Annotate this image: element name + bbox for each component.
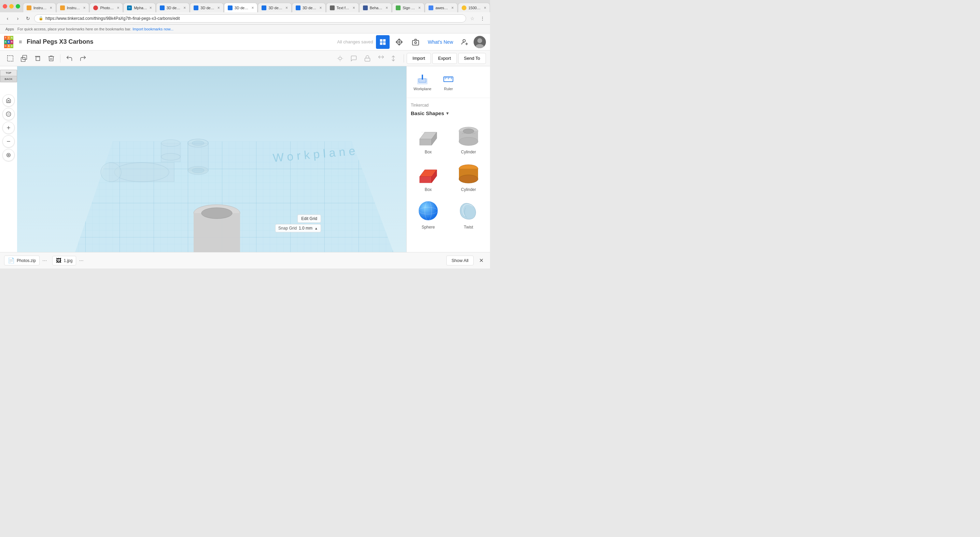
svg-rect-1 — [383, 39, 385, 41]
shape-label-sphere: Sphere — [422, 225, 435, 229]
hamburger-menu[interactable]: ≡ — [19, 39, 22, 45]
shape-item-cyl-orange[interactable]: Cylinder — [450, 159, 487, 194]
tab-instruc2[interactable]: Instruc...× — [56, 3, 89, 12]
browser-frame: Instruc...× Instruc...× Photos...× inMph… — [0, 0, 490, 269]
shape-item-sphere-blue[interactable]: Sphere — [409, 197, 447, 232]
toolbar-separator-2 — [404, 54, 404, 62]
more-button[interactable]: ⋮ — [478, 14, 487, 22]
tab-textfa[interactable]: Text fa...× — [326, 3, 359, 12]
minimize-traffic-light[interactable] — [9, 4, 14, 8]
light-button[interactable] — [334, 52, 346, 65]
viewport: TOP BACK — [0, 66, 406, 252]
zoom-out-button[interactable] — [2, 135, 15, 148]
redo-button[interactable] — [77, 52, 89, 65]
shape-item-box-red[interactable]: Box — [409, 159, 447, 194]
maximize-traffic-light[interactable] — [16, 4, 20, 8]
orbit-button[interactable] — [2, 108, 15, 120]
copy-stamp-button[interactable] — [18, 52, 30, 65]
shape-item-cyl-gray[interactable]: Cylinder — [450, 122, 487, 156]
view-cube-back: BACK — [0, 76, 17, 82]
project-title: Final Pegs X3 Carbons — [27, 38, 93, 45]
url-text: https://www.tinkercad.com/things/9Bk4PaX… — [45, 16, 180, 21]
reload-button[interactable]: ↻ — [24, 14, 32, 22]
fit-view-button[interactable] — [2, 149, 15, 161]
lock-button[interactable] — [361, 52, 374, 65]
svg-rect-75 — [420, 139, 432, 145]
app-toolbar: T I N K E R C A D ≡ Final Pegs X3 Carbon… — [0, 33, 490, 51]
right-panel: Workplane Ruler — [406, 66, 490, 252]
3d-view-button[interactable] — [392, 35, 406, 49]
back-button[interactable]: ‹ — [3, 14, 12, 22]
delete-button[interactable] — [45, 52, 57, 65]
apps-bookmark[interactable]: Apps — [3, 27, 16, 31]
logo-K: K — [4, 40, 7, 44]
logo-A: A — [7, 44, 10, 48]
forward-button[interactable]: › — [14, 14, 22, 22]
library-dropdown-arrow[interactable]: ▼ — [445, 111, 450, 116]
whats-new-button[interactable]: What's New — [425, 39, 456, 45]
flip-horizontal-button[interactable] — [375, 52, 387, 65]
bookmark-button[interactable]: ☆ — [468, 14, 476, 22]
view-cube[interactable]: TOP BACK — [0, 70, 17, 90]
shape-label-cyl-gray: Cylinder — [461, 150, 476, 155]
user-avatar[interactable] — [474, 36, 486, 48]
bookmarks-bar: Apps For quick access, place your bookma… — [0, 25, 490, 33]
zoom-in-button[interactable] — [2, 122, 15, 134]
grid-view-button[interactable] — [376, 35, 390, 49]
shape-item-box-gray[interactable]: Box — [409, 122, 447, 156]
edit-grid-button[interactable]: Edit Grid — [298, 215, 321, 223]
home-view-button[interactable] — [2, 94, 15, 107]
tab-3d5[interactable]: 3D des...× — [292, 3, 326, 12]
canvas-area[interactable]: Workplane — [17, 66, 406, 252]
export-button[interactable]: Export — [432, 53, 457, 64]
workplane-button[interactable]: Workplane — [411, 70, 434, 94]
shape-label-box-red: Box — [425, 187, 432, 192]
camera-button[interactable] — [409, 35, 422, 49]
close-traffic-light[interactable] — [3, 4, 7, 8]
tab-15000[interactable]: 15000...× — [458, 3, 490, 12]
address-bar[interactable]: 🔒 https://www.tinkercad.com/things/9Bk4P… — [34, 14, 466, 22]
view-cube-top: TOP — [0, 70, 17, 76]
file-photos-zip[interactable]: 📄 Photos.zip — [4, 255, 40, 265]
svg-point-82 — [463, 129, 474, 134]
file-zip-more[interactable]: ··· — [42, 258, 47, 264]
tab-3d-active[interactable]: 3D des...× — [224, 3, 258, 12]
svg-rect-67 — [422, 75, 423, 80]
svg-rect-2 — [380, 42, 382, 45]
tab-linkedin[interactable]: inMphat...× — [123, 3, 155, 12]
duplicate-button[interactable] — [32, 52, 44, 65]
add-user-button[interactable] — [458, 36, 471, 48]
file-jpg[interactable]: 🖼 1.jpg — [52, 256, 76, 265]
right-edit-tools — [334, 52, 401, 65]
right-panel-tools: Workplane Ruler — [407, 66, 490, 98]
import-bookmarks-link[interactable]: Import bookmarks now... — [132, 27, 173, 31]
tab-photos[interactable]: Photos...× — [89, 3, 123, 12]
import-button[interactable]: Import — [407, 53, 431, 64]
tab-3d4[interactable]: 3D des...× — [258, 3, 292, 12]
snap-grid-label: Snap Grid — [278, 226, 297, 231]
snap-grid-arrow[interactable]: ▲ — [315, 226, 318, 230]
show-all-button[interactable]: Show All — [446, 255, 474, 265]
tinkercad-logo[interactable]: T I N K E R C A D — [4, 36, 13, 48]
close-bottom-bar[interactable]: ✕ — [476, 256, 486, 265]
tab-3d2[interactable]: 3D des...× — [190, 3, 224, 12]
send-to-button[interactable]: Send To — [458, 53, 486, 64]
tab-3d1[interactable]: 3D des...× — [156, 3, 190, 12]
file-jpg-more[interactable]: ··· — [79, 258, 83, 264]
logo-I: I — [7, 36, 10, 40]
flip-vertical-button[interactable] — [388, 52, 401, 65]
logo-R: R — [10, 40, 13, 44]
select-all-button[interactable] — [4, 52, 16, 65]
ruler-button[interactable]: Ruler — [439, 70, 457, 94]
tab-instruc1[interactable]: Instruc...× — [23, 3, 56, 12]
library-selector[interactable]: Basic Shapes ▼ — [409, 110, 487, 117]
undo-button[interactable] — [63, 52, 75, 65]
snap-grid-control[interactable]: Snap Grid 1.0 mm ▲ — [275, 224, 321, 232]
tab-signup[interactable]: Sign u...× — [392, 3, 425, 12]
svg-point-13 — [477, 38, 482, 43]
message-button[interactable] — [348, 52, 360, 65]
tab-awesome[interactable]: aweso...× — [425, 3, 458, 12]
shape-item-twist[interactable]: Twist — [450, 197, 487, 232]
shape-thumb-twist — [455, 199, 482, 223]
tab-behance[interactable]: Behan...× — [359, 3, 392, 12]
